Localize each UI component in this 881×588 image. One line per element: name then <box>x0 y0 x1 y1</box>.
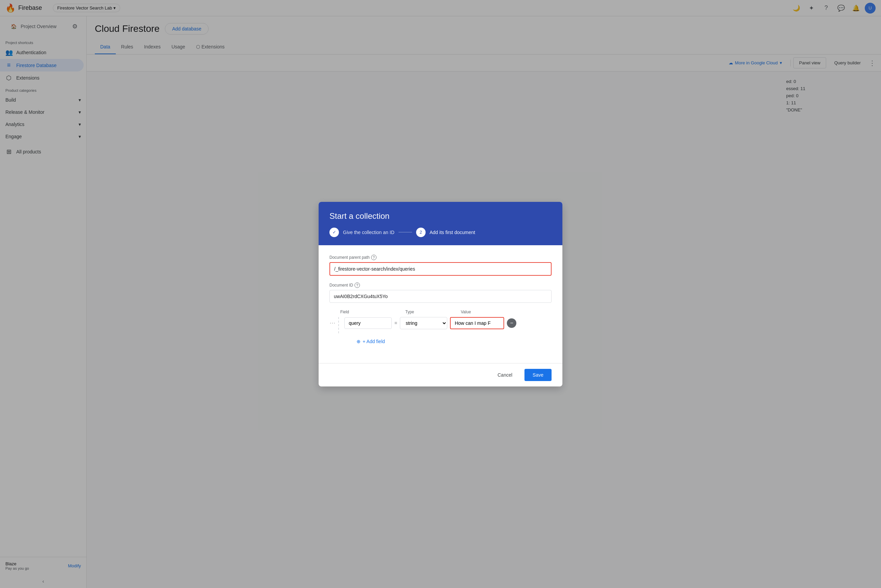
step-1-circle <box>330 228 339 237</box>
doc-id-group: Document ID ? <box>330 282 551 303</box>
step-line <box>399 232 412 232</box>
add-field-button[interactable]: ⊕ + Add field <box>357 336 385 347</box>
tree-dots: … <box>330 318 336 324</box>
add-field-label: + Add field <box>363 339 385 344</box>
field-value-input[interactable] <box>450 317 504 329</box>
doc-parent-path-input[interactable] <box>330 262 551 276</box>
step-2-number: 2 <box>420 230 422 235</box>
doc-parent-path-label-text: Document parent path <box>330 255 370 260</box>
modal-body: Document parent path ? Document ID ? Fie… <box>319 245 562 363</box>
doc-id-label-text: Document ID <box>330 283 353 288</box>
doc-id-input[interactable] <box>330 290 551 303</box>
field-column-header: Field <box>340 310 388 314</box>
field-headers: Field Type Value <box>340 310 551 314</box>
field-tree-wrapper: … = string number boolean map array <box>330 317 551 333</box>
add-field-plus-icon: ⊕ <box>357 339 361 344</box>
field-name-input[interactable] <box>345 317 392 329</box>
tree-content: = string number boolean map array null t… <box>338 317 551 333</box>
doc-parent-path-group: Document parent path ? <box>330 255 551 276</box>
modal-backdrop[interactable]: Start a collection Give the collection a… <box>0 0 881 588</box>
doc-id-help-icon[interactable]: ? <box>355 282 360 288</box>
step-1-label: Give the collection an ID <box>343 230 394 235</box>
cancel-button[interactable]: Cancel <box>489 369 520 381</box>
modal-title: Start a collection <box>330 212 551 221</box>
step-2-label: Add its first document <box>430 230 475 235</box>
start-collection-modal: Start a collection Give the collection a… <box>319 202 562 387</box>
field-row: = string number boolean map array null t… <box>345 317 551 329</box>
save-button[interactable]: Save <box>524 369 551 381</box>
modal-steps: Give the collection an ID 2 Add its firs… <box>330 228 551 237</box>
modal-header: Start a collection Give the collection a… <box>319 202 562 245</box>
dots-indicator: … <box>330 318 336 324</box>
type-column-header: Type <box>405 310 453 314</box>
value-column-header: Value <box>461 310 508 314</box>
doc-parent-path-help-icon[interactable]: ? <box>371 255 376 260</box>
fields-group: Field Type Value … = string <box>330 310 551 347</box>
add-field-wrapper: ⊕ + Add field <box>346 336 551 347</box>
doc-parent-path-label: Document parent path ? <box>330 255 551 260</box>
step-2-circle: 2 <box>416 228 426 237</box>
remove-field-button[interactable]: − <box>507 318 516 328</box>
doc-id-label: Document ID ? <box>330 282 551 288</box>
modal-footer: Cancel Save <box>319 363 562 387</box>
equals-sign: = <box>394 320 397 326</box>
type-select[interactable]: string number boolean map array null tim… <box>400 317 447 329</box>
